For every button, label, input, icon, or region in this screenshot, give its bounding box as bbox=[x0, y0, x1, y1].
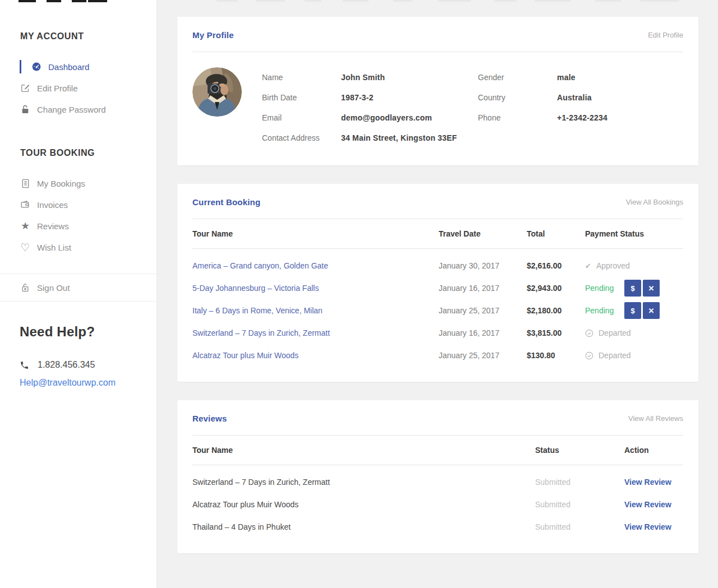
sidebar-item-label: Dashboard bbox=[48, 62, 89, 72]
sidebar-item-wish-list[interactable]: ♡ Wish List bbox=[0, 237, 157, 258]
invoice-wallet-icon bbox=[20, 200, 30, 210]
field-value-phone: +1-2342-2234 bbox=[557, 113, 607, 122]
payment-status-pending: Pending $ ✕ bbox=[585, 280, 683, 297]
sidebar-item-invoices[interactable]: Invoices bbox=[0, 194, 157, 215]
column-header-action: Action bbox=[624, 446, 683, 455]
column-header-tour-name: Tour Name bbox=[192, 229, 439, 238]
star-icon: ★ bbox=[20, 221, 30, 232]
edit-pencil-icon bbox=[20, 83, 30, 94]
circle-check-icon bbox=[585, 351, 593, 360]
sidebar-item-my-bookings[interactable]: My Bookings bbox=[0, 173, 157, 194]
review-status: Submitted bbox=[535, 478, 624, 487]
sidebar-item-dashboard[interactable]: Dashboard bbox=[0, 56, 157, 77]
sidebar-section-my-account: MY ACCOUNT bbox=[0, 0, 157, 41]
sidebar-item-label: Reviews bbox=[37, 221, 69, 231]
current-booking-card: Current Booking View All Bookings Tour N… bbox=[177, 184, 698, 382]
booking-total: $2,943.00 bbox=[527, 284, 585, 293]
heart-icon: ♡ bbox=[20, 242, 30, 253]
field-value-birth-date: 1987-3-2 bbox=[341, 93, 374, 102]
circle-check-icon bbox=[585, 329, 593, 337]
cancel-booking-button[interactable]: ✕ bbox=[643, 280, 660, 297]
cancel-booking-button[interactable]: ✕ bbox=[643, 302, 660, 319]
unlock-icon bbox=[20, 283, 30, 293]
reviews-table-header: Tour Name Status Action bbox=[192, 436, 683, 465]
booking-total: $3,815.00 bbox=[527, 328, 585, 337]
my-account-nav: Dashboard Edit Profile Change Password bbox=[0, 56, 157, 120]
lock-icon bbox=[20, 104, 30, 115]
need-help-title: Need Help? bbox=[20, 324, 137, 340]
review-status: Submitted bbox=[535, 522, 624, 531]
reviews-card: Reviews View All Reviews Tour Name Statu… bbox=[177, 400, 698, 553]
cropped-logo-fragment bbox=[0, 0, 157, 3]
avatar bbox=[192, 67, 242, 117]
field-label: Phone bbox=[478, 113, 557, 122]
bookings-list-icon bbox=[20, 178, 30, 189]
field-label: Name bbox=[262, 73, 341, 82]
booking-table-row: America – Grand canyon, Golden Gate Janu… bbox=[192, 254, 683, 277]
tour-name-link[interactable]: 5-Day Johannesburg – Victoria Falls bbox=[192, 284, 439, 293]
booking-table-row: 5-Day Johannesburg – Victoria Falls Janu… bbox=[192, 277, 683, 299]
tour-name-link[interactable]: Alcatraz Tour plus Muir Woods bbox=[192, 351, 439, 360]
sidebar-item-label: Change Password bbox=[37, 105, 106, 114]
field-label: Gender bbox=[478, 73, 557, 82]
tour-name-link[interactable]: Italy – 6 Days in Rome, Venice, Milan bbox=[192, 306, 439, 315]
view-review-link[interactable]: View Review bbox=[624, 478, 683, 487]
tour-name-link[interactable]: Switzerland – 7 Days in Zurich, Zermatt bbox=[192, 328, 439, 337]
booking-table-row: Alcatraz Tour plus Muir Woods January 25… bbox=[192, 344, 683, 367]
field-value-country: Australia bbox=[557, 93, 592, 102]
pay-button[interactable]: $ bbox=[624, 280, 641, 297]
travel-date: January 25, 2017 bbox=[439, 351, 527, 360]
edit-profile-link[interactable]: Edit Profile bbox=[648, 31, 683, 39]
review-tour-name: Alcatraz Tour plus Muir Woods bbox=[192, 500, 535, 509]
sidebar-item-label: Invoices bbox=[37, 200, 68, 210]
field-value-email: demo@goodlayers.com bbox=[341, 113, 432, 122]
review-tour-name: Thailand – 4 Days in Phuket bbox=[192, 522, 535, 531]
phone-icon bbox=[20, 360, 29, 370]
sidebar-item-edit-profile[interactable]: Edit Profile bbox=[0, 77, 157, 99]
account-sidebar: MY ACCOUNT Dashboard Edit Profile Change… bbox=[0, 0, 157, 588]
review-table-row: Switzerland – 7 Days in Zurich, Zermatt … bbox=[192, 471, 683, 493]
sidebar-item-reviews[interactable]: ★ Reviews bbox=[0, 215, 157, 237]
travel-date: January 25, 2017 bbox=[439, 306, 527, 315]
view-review-link[interactable]: View Review bbox=[624, 500, 683, 509]
view-all-reviews-link[interactable]: View All Reviews bbox=[628, 414, 683, 423]
booking-total: $2,616.00 bbox=[527, 261, 585, 270]
booking-total: $2,180.00 bbox=[527, 306, 585, 315]
sidebar-item-label: My Bookings bbox=[37, 179, 85, 188]
review-tour-name: Switzerland – 7 Days in Zurich, Zermatt bbox=[192, 478, 535, 487]
booking-total: $130.80 bbox=[527, 351, 585, 360]
dashboard-gauge-icon bbox=[31, 62, 42, 72]
help-phone-number: 1.828.456.345 bbox=[38, 360, 95, 370]
field-label: Email bbox=[262, 113, 341, 122]
field-label: Contact Address bbox=[262, 133, 341, 142]
field-label: Birth Date bbox=[262, 93, 341, 102]
help-phone-row: 1.828.456.345 bbox=[20, 360, 137, 370]
travel-date: January 30, 2017 bbox=[439, 261, 527, 270]
card-title: My Profile bbox=[192, 30, 234, 40]
booking-table-row: Italy – 6 Days in Rome, Venice, Milan Ja… bbox=[192, 299, 683, 322]
sidebar-item-sign-out[interactable]: Sign Out bbox=[0, 274, 157, 301]
payment-status-label: Departed bbox=[599, 351, 631, 360]
help-email-link[interactable]: Help@traveltourwp.com bbox=[20, 378, 116, 388]
tour-name-link[interactable]: America – Grand canyon, Golden Gate bbox=[192, 261, 439, 270]
field-value-contact-address: 34 Main Street, Kingston 33EF bbox=[341, 133, 457, 142]
tour-booking-nav: My Bookings Invoices ★ Reviews ♡ Wish Li… bbox=[0, 173, 157, 258]
column-header-tour-name: Tour Name bbox=[192, 446, 535, 455]
payment-status-departed: Departed bbox=[585, 351, 683, 360]
review-status: Submitted bbox=[535, 500, 624, 509]
payment-status-pending: Pending $ ✕ bbox=[585, 302, 683, 319]
payment-status-label: Pending bbox=[585, 284, 624, 293]
sidebar-item-change-password[interactable]: Change Password bbox=[0, 99, 157, 120]
check-icon: ✔ bbox=[585, 262, 591, 270]
sidebar-section-tour-booking: TOUR BOOKING bbox=[0, 120, 157, 158]
sidebar-item-label: Edit Profile bbox=[37, 84, 78, 93]
view-review-link[interactable]: View Review bbox=[624, 522, 683, 531]
view-all-bookings-link[interactable]: View All Bookings bbox=[626, 198, 683, 206]
review-table-row: Alcatraz Tour plus Muir Woods Submitted … bbox=[192, 493, 683, 516]
pay-button[interactable]: $ bbox=[624, 302, 641, 319]
field-value-name: John Smith bbox=[341, 73, 385, 82]
travel-date: January 16, 2017 bbox=[439, 328, 527, 337]
booking-table-header: Tour Name Travel Date Total Payment Stat… bbox=[192, 219, 683, 249]
payment-status-label: Departed bbox=[599, 328, 631, 337]
payment-status-departed: Departed bbox=[585, 328, 683, 337]
